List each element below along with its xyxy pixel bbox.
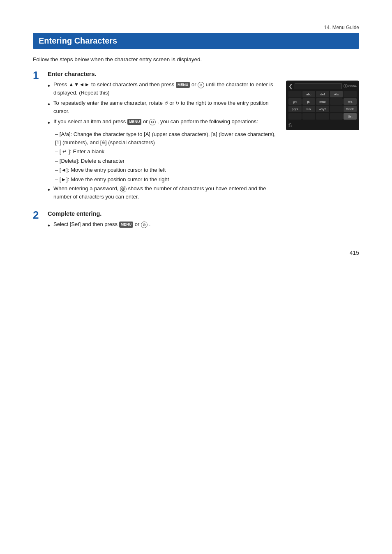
bullet-1-1-text: Press ▲▼◄► to select characters and then…: [53, 81, 278, 97]
cam-row-2: ghi jkl mno — A/a: [288, 98, 357, 105]
step-2-number: 2: [33, 209, 48, 222]
bullet-dot-1: •: [48, 81, 53, 91]
cam-cell-blank-1: [288, 91, 302, 97]
cam-row-4: — — — Set: [288, 113, 357, 120]
camera-screen-widget: ❮ Ⓐ 00/64 abc def A/a: [286, 81, 359, 130]
step-2-title-text: Complete entering.: [48, 210, 101, 217]
cam-cell-wxyz[interactable]: wxyz: [316, 106, 329, 112]
cam-cell-aa-2[interactable]: A/a: [344, 98, 357, 105]
cam-text-area: [295, 83, 342, 89]
cam-cell-def[interactable]: def: [316, 91, 329, 97]
sub-bullet-1: – [A/a]: Change the character type to [A…: [55, 130, 278, 146]
step-2-title: Complete entering.: [48, 210, 359, 217]
circle-a-password-icon: Ⓐ: [120, 186, 127, 192]
chapter-text: 14. Menu Guide: [324, 25, 359, 30]
cam-row-3: pqrs tuv wxyz — Delete: [288, 106, 357, 112]
cam-cell-blank-8: [330, 113, 343, 120]
section-title-bar: Entering Characters: [33, 33, 359, 49]
cam-cell-pqrs[interactable]: pqrs: [288, 106, 302, 112]
cam-back-icon: ⎌: [288, 121, 292, 128]
sub-bullet-4: – [◄]: Move the entry position cursor to…: [55, 166, 278, 174]
rotate-right-icon: ↻: [175, 100, 179, 107]
chapter-label: 14. Menu Guide: [33, 25, 359, 30]
cam-cell-blank-5: —: [288, 113, 302, 120]
bullet-dot-5: •: [48, 221, 53, 231]
sub-bullet-5: – [►]: Move the entry position cursor to…: [55, 175, 278, 184]
cam-cell-blank-3: —: [330, 98, 343, 105]
menu-button-icon-2: MENU: [127, 119, 142, 125]
step-1-body: • Press ▲▼◄► to select characters and th…: [48, 81, 359, 203]
bullet-1-2-text: To repeatedly enter the same character, …: [53, 99, 278, 115]
menu-button-icon-3: MENU: [119, 222, 134, 228]
sub-bullet-3: – [Delete]: Delete a character: [55, 157, 278, 165]
cam-a-circle: Ⓐ: [344, 83, 348, 89]
cam-cell-mno[interactable]: mno: [316, 98, 329, 105]
bullet-2-1-text: Select [Set] and then press MENU or ⊙ .: [53, 220, 150, 229]
cam-bottom-row: ⎌: [288, 121, 357, 128]
bullet-1-4: • When entering a password, Ⓐ shows the …: [48, 185, 278, 201]
sub-bullet-2: – [ ↵ ]: Enter a blank: [55, 148, 278, 156]
bullet-dot-2: •: [48, 99, 53, 109]
steps-container: 1 Enter characters. • Press ▲▼◄► to sele…: [33, 71, 359, 233]
cam-cell-set[interactable]: Set: [344, 113, 357, 120]
cam-cell-jkl[interactable]: jkl: [302, 98, 316, 105]
bullet-1-4-text: When entering a password, Ⓐ shows the nu…: [53, 185, 278, 201]
step-1-text-col: • Press ▲▼◄► to select characters and th…: [48, 81, 278, 203]
cam-cell-blank-7: —: [316, 113, 329, 120]
bullet-1-2: • To repeatedly enter the same character…: [48, 99, 278, 115]
cam-cell-tuv[interactable]: tuv: [302, 106, 316, 112]
step-1-number: 1: [33, 69, 48, 82]
cam-counter: 00/64: [348, 84, 357, 88]
circle-button-icon-2: ⊙: [149, 119, 156, 125]
page-number-text: 415: [350, 249, 359, 256]
cam-cell-ghi[interactable]: ghi: [288, 98, 302, 105]
cam-left-chevron: ❮: [288, 83, 293, 89]
step-2: 2 Complete entering. • Select [Set] and …: [33, 210, 359, 233]
step-1: 1 Enter characters. • Press ▲▼◄► to sele…: [33, 71, 359, 203]
cam-cell-blank-4: —: [330, 106, 343, 112]
circle-button-icon-3: ⊙: [141, 222, 148, 228]
menu-button-icon: MENU: [176, 82, 190, 88]
step-1-title-text: Enter characters.: [48, 71, 96, 77]
cam-cell-abc[interactable]: abc: [302, 91, 316, 97]
cam-cell-aa[interactable]: A/a: [330, 91, 343, 97]
page-number-bottom: 415: [33, 249, 359, 256]
step-1-content: Enter characters. • Press ▲▼◄► to select…: [48, 71, 359, 203]
section-title-text: Entering Characters: [39, 36, 117, 45]
cam-row-1: abc def A/a: [288, 91, 357, 97]
bullet-1-3-text: If you select an item and press MENU or …: [53, 118, 258, 126]
page-container: 14. Menu Guide Entering Characters Follo…: [0, 0, 392, 281]
cam-cell-blank-2: [344, 91, 357, 97]
cam-cell-delete[interactable]: Delete: [344, 106, 357, 112]
intro-paragraph: Follow the steps below when the characte…: [33, 56, 359, 62]
bullet-dot-3: •: [48, 118, 53, 128]
circle-button-icon: ⊙: [198, 82, 204, 88]
bullet-1-1: • Press ▲▼◄► to select characters and th…: [48, 81, 278, 97]
rotate-left-icon: ↺: [164, 100, 168, 107]
step-2-content: Complete entering. • Select [Set] and th…: [48, 210, 359, 233]
intro-text: Follow the steps below when the characte…: [33, 56, 202, 62]
bullet-2-1: • Select [Set] and then press MENU or ⊙ …: [48, 220, 359, 231]
bullet-1-3: • If you select an item and press MENU o…: [48, 118, 278, 128]
bullet-dot-4: •: [48, 185, 53, 195]
cam-cell-blank-6: —: [302, 113, 316, 120]
step-1-title: Enter characters.: [48, 71, 359, 77]
